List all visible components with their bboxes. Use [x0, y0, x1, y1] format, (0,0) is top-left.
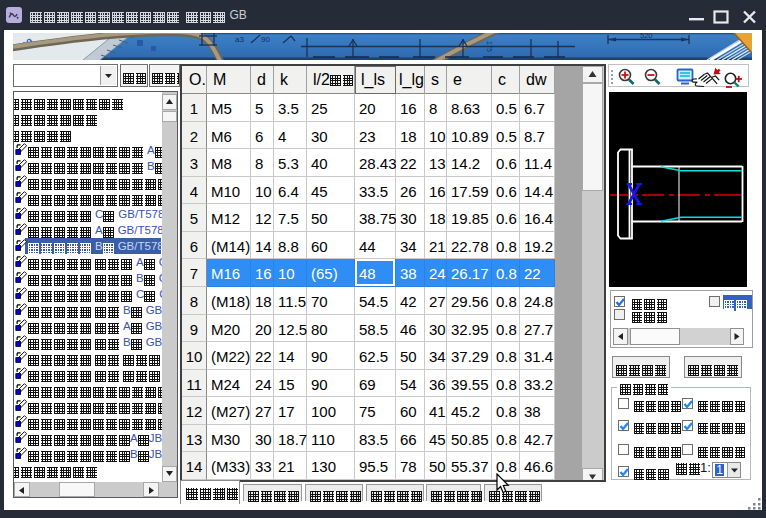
svg-text:a3: a3	[235, 35, 244, 44]
svg-text:520: 520	[640, 33, 653, 40]
svg-text:175: 175	[486, 41, 493, 52]
svg-text:90: 90	[261, 35, 270, 44]
